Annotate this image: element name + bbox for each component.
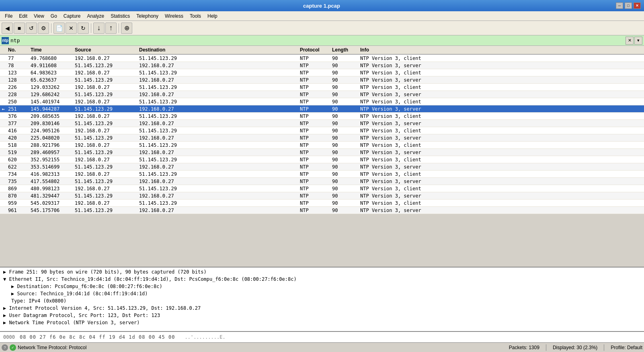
detail-line[interactable]: ▶ Destination: PcsCompu_f6:0e:8c (08:00:… (2, 283, 642, 290)
table-row[interactable]: ← 251 145.944287 51.145.123.29 192.168.0… (0, 105, 644, 113)
table-row[interactable]: 250 145.401974 192.168.0.27 51.145.123.2… (0, 98, 644, 105)
col-no-header[interactable]: No. (6, 47, 31, 53)
table-row[interactable]: 416 224.905126 192.168.0.27 51.145.123.2… (0, 127, 644, 134)
menu-item-view[interactable]: View (31, 12, 47, 20)
table-row[interactable]: 123 64.983623 192.168.0.27 51.145.123.29… (0, 69, 644, 76)
col-time-header[interactable]: Time (31, 47, 75, 53)
menu-item-wireless[interactable]: Wireless (162, 12, 187, 20)
detail-line[interactable]: ▶ Frame 251: 90 bytes on wire (720 bits)… (2, 268, 642, 276)
menu-item-file[interactable]: File (2, 12, 16, 20)
cell-proto: NTP (300, 186, 332, 191)
menu-item-capture[interactable]: Capture (60, 12, 84, 20)
maximize-button[interactable]: □ (625, 2, 632, 9)
filter-input[interactable] (10, 37, 626, 43)
detail-expand-icon[interactable]: ▼ (3, 276, 9, 282)
table-row[interactable]: 376 209.685635 192.168.0.27 51.145.123.2… (0, 113, 644, 120)
cell-dst: 51.145.123.29 (139, 157, 300, 163)
cell-dst: 192.168.0.27 (139, 164, 300, 170)
menu-item-go[interactable]: Go (47, 12, 60, 20)
menu-item-telephony[interactable]: Telephony (133, 12, 162, 20)
table-row[interactable]: 420 225.048020 51.145.123.29 192.168.0.2… (0, 134, 644, 142)
col-src-header[interactable]: Source (75, 47, 139, 53)
detail-expand-icon[interactable] (3, 298, 11, 304)
cell-len: 90 (332, 63, 360, 68)
table-row[interactable]: 226 129.033262 192.168.0.27 51.145.123.2… (0, 84, 644, 91)
cell-src: 192.168.0.27 (75, 70, 139, 76)
detail-line[interactable]: Type: IPv4 (0x0800) (2, 297, 642, 305)
table-row[interactable]: 519 289.460957 51.145.123.29 192.168.0.2… (0, 149, 644, 156)
table-row[interactable]: 870 481.329447 51.145.123.29 192.168.0.2… (0, 192, 644, 200)
find-prev-button[interactable]: ↑ (105, 23, 117, 34)
filter-clear-button[interactable]: ✕ (626, 37, 634, 45)
table-row[interactable]: 377 209.830146 51.145.123.29 192.168.0.2… (0, 120, 644, 127)
restart-capture-button[interactable]: ↺ (26, 23, 37, 34)
detail-expand-icon[interactable]: ▶ (3, 284, 17, 289)
filter-dropdown-button[interactable]: ▾ (634, 37, 642, 45)
cell-time: 129.033262 (31, 84, 75, 90)
status-right: Packets: 1309 Displayed: 30 (2.3%) Profi… (509, 344, 642, 351)
filter-icon: ntp (2, 37, 9, 44)
menu-item-statistics[interactable]: Statistics (107, 12, 133, 20)
start-capture-button[interactable]: ◀ (2, 23, 13, 34)
detail-expand-icon[interactable]: ▶ (3, 320, 9, 325)
menu-item-analyze[interactable]: Analyze (84, 12, 108, 20)
table-row[interactable]: 959 545.029317 192.168.0.27 51.145.123.2… (0, 200, 644, 207)
table-row[interactable]: 622 353.514699 51.145.123.29 192.168.0.2… (0, 163, 644, 171)
window-controls[interactable]: ─ □ ✕ (616, 2, 641, 9)
table-row[interactable]: 78 49.911608 51.145.123.29 192.168.0.27 … (0, 62, 644, 69)
cell-proto: NTP (300, 84, 332, 90)
detail-line[interactable]: ▶ Internet Protocol Version 4, Src: 51.1… (2, 305, 642, 312)
table-row[interactable]: 77 49.768680 192.168.0.27 51.145.123.29 … (0, 55, 644, 62)
col-dst-header[interactable]: Destination (139, 47, 300, 53)
cell-src: 192.168.0.27 (75, 200, 139, 206)
cell-info: NTP Version 3, server (360, 193, 644, 199)
packet-list-body[interactable]: 77 49.768680 192.168.0.27 51.145.123.29 … (0, 55, 644, 267)
reload-button[interactable]: ↻ (78, 23, 89, 34)
cell-src: 51.145.123.29 (75, 150, 139, 155)
cell-len: 90 (332, 121, 360, 126)
table-row[interactable]: 734 416.982313 192.168.0.27 51.145.123.2… (0, 171, 644, 178)
menu-item-edit[interactable]: Edit (16, 12, 31, 20)
cell-time: 289.460957 (31, 150, 75, 155)
toolbar-sep-2 (91, 23, 91, 33)
close-button[interactable]: ✕ (634, 2, 641, 9)
detail-expand-icon[interactable]: ▶ (3, 269, 9, 275)
table-row[interactable]: 961 545.175706 51.145.123.29 192.168.0.2… (0, 207, 644, 214)
table-row[interactable]: 869 480.998123 192.168.0.27 51.145.123.2… (0, 185, 644, 192)
open-file-button[interactable]: 📄 (53, 23, 65, 34)
cell-dst: 51.145.123.29 (139, 99, 300, 105)
detail-line[interactable]: ▶ Source: Technico_19:d4:1d (8c:04:ff:19… (2, 290, 642, 297)
menu-item-help[interactable]: Help (204, 12, 221, 20)
minimize-button[interactable]: ─ (616, 2, 623, 9)
col-info-header[interactable]: Info (360, 47, 644, 53)
table-row[interactable]: 128 65.623637 51.145.123.29 192.168.0.27… (0, 76, 644, 84)
find-next-button[interactable]: ↓ (93, 23, 105, 34)
cell-dst: 192.168.0.27 (139, 106, 300, 112)
cell-info: NTP Version 3, client (360, 113, 644, 119)
detail-text: Ethernet II, Src: Technico_19:d4:1d (8c:… (9, 276, 296, 282)
cell-time: 545.029317 (31, 200, 75, 206)
cell-info: NTP Version 3, server (360, 106, 644, 112)
options-button[interactable]: ⚙ (38, 23, 49, 34)
detail-expand-icon[interactable]: ▶ (3, 313, 9, 318)
stop-capture-button[interactable]: ■ (14, 23, 25, 34)
cell-len: 90 (332, 171, 360, 177)
zoom-button[interactable]: ⊕ (121, 23, 132, 34)
hex-data: 08 00 27 f6 0e 8c 8c 04 ff 19 d4 1d 08 0… (20, 334, 175, 340)
detail-line[interactable]: ▼ Ethernet II, Src: Technico_19:d4:1d (8… (2, 276, 642, 283)
col-len-header[interactable]: Length (332, 47, 360, 53)
detail-expand-icon[interactable]: ▶ (3, 291, 17, 296)
menu-item-tools[interactable]: Tools (187, 12, 204, 20)
table-row[interactable]: 228 129.686242 51.145.123.29 192.168.0.2… (0, 91, 644, 98)
detail-line[interactable]: ▶ Network Time Protocol (NTP Version 3, … (2, 319, 642, 326)
table-row[interactable]: 518 288.921796 192.168.0.27 51.145.123.2… (0, 142, 644, 149)
cell-no: 78 (6, 63, 31, 68)
status-check-icon: ✓ (10, 344, 16, 351)
close-file-button[interactable]: ✕ (66, 23, 77, 34)
table-row[interactable]: 620 352.952155 192.168.0.27 51.145.123.2… (0, 156, 644, 163)
detail-line[interactable]: ▶ User Datagram Protocol, Src Port: 123,… (2, 312, 642, 319)
col-proto-header[interactable]: Protocol (300, 47, 332, 53)
table-row[interactable]: 735 417.554802 51.145.123.29 192.168.0.2… (0, 178, 644, 185)
cell-time: 480.998123 (31, 186, 75, 191)
detail-expand-icon[interactable]: ▶ (3, 305, 9, 311)
